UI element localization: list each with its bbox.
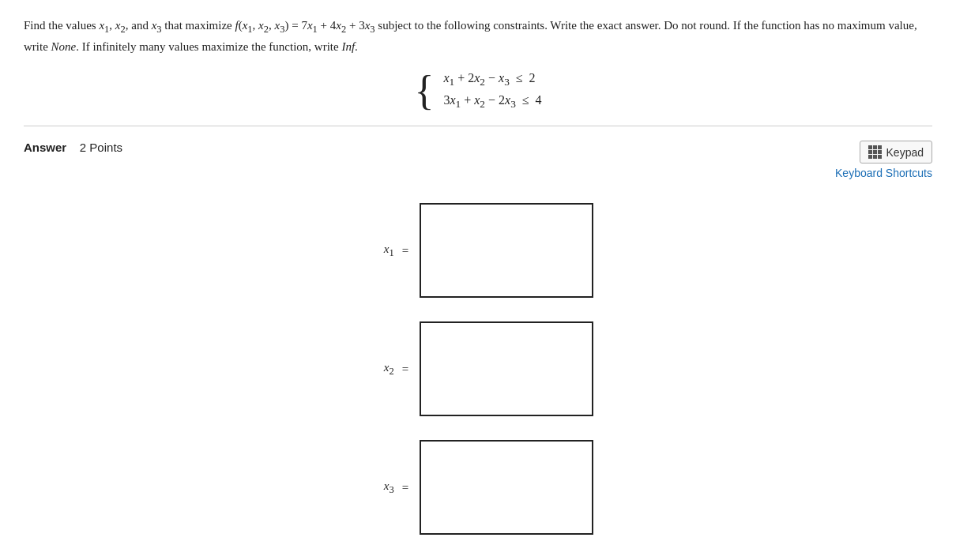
equals-x3: = (402, 481, 408, 494)
points-label: 2 Points (80, 141, 122, 154)
keyboard-shortcuts-link[interactable]: Keyboard Shortcuts (835, 167, 932, 179)
input-row-x2: x2 = (363, 321, 593, 416)
answer-input-x3[interactable] (420, 440, 593, 535)
page-container: Find the values x1, x2, and x3 that maxi… (0, 0, 956, 560)
constraints-brace: { x1 + 2x2 − x3 ≤ 2 3x1 + x2 − 2x3 ≤ 4 (414, 70, 541, 111)
answer-input-x1[interactable] (420, 203, 593, 298)
input-row-x3: x3 = (363, 440, 593, 535)
answer-input-x2[interactable] (420, 321, 593, 416)
constraint-2: 3x1 + x2 − 2x3 ≤ 4 (443, 93, 541, 111)
constraint-1: x1 + 2x2 − x3 ≤ 2 (443, 71, 541, 88)
equals-x2: = (402, 363, 408, 376)
equals-x1: = (402, 244, 408, 257)
answer-title: Answer (24, 141, 66, 154)
keypad-label: Keypad (886, 146, 924, 159)
inputs-section: x1 = x2 = x3 = (24, 203, 932, 535)
section-divider (24, 126, 932, 126)
keypad-section: Keypad Keyboard Shortcuts (835, 141, 932, 179)
question-text: Find the values x1, x2, and x3 that maxi… (24, 16, 932, 56)
answer-label: Answer 2 Points (24, 141, 122, 154)
brace-symbol: { (414, 70, 434, 111)
var-label-x1: x1 (363, 242, 394, 259)
keypad-button[interactable]: Keypad (860, 141, 932, 163)
var-label-x3: x3 (363, 479, 394, 496)
constraints-lines: x1 + 2x2 − x3 ≤ 2 3x1 + x2 − 2x3 ≤ 4 (443, 71, 541, 111)
var-label-x2: x2 (363, 361, 394, 378)
keypad-icon (868, 145, 882, 159)
answer-header: Answer 2 Points Keypad Keyboa (24, 141, 932, 179)
constraints-block: { x1 + 2x2 − x3 ≤ 2 3x1 + x2 − 2x3 ≤ 4 (24, 70, 932, 111)
input-row-x1: x1 = (363, 203, 593, 298)
